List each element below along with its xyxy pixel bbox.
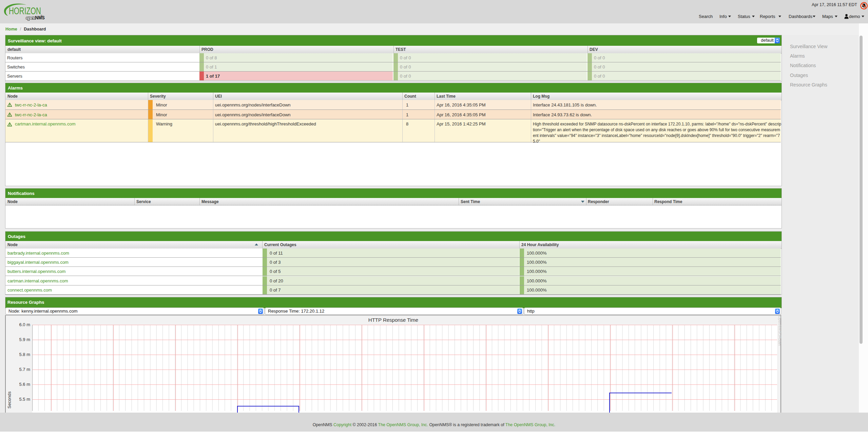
- svg-text:open: open: [26, 15, 36, 20]
- svg-text:NMS: NMS: [35, 15, 45, 20]
